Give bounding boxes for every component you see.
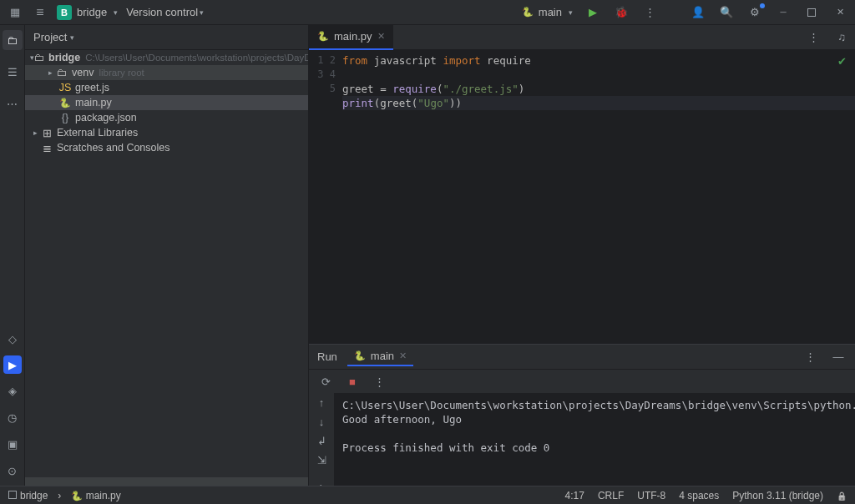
tree-scratches[interactable]: ≣Scratches and Consoles xyxy=(25,140,308,155)
tree-root[interactable]: ▾🗀 bridge C:\Users\User\Documents\workst… xyxy=(25,50,308,65)
python-packages-tool-icon[interactable]: ◷ xyxy=(3,407,23,427)
indent-settings[interactable]: 4 spaces xyxy=(679,490,719,501)
run-panel-title: Run xyxy=(317,350,337,363)
soft-wrap-icon[interactable]: ↲ xyxy=(311,435,331,447)
terminal-tool-icon[interactable]: ▣ xyxy=(3,434,23,454)
scroll-to-end-icon[interactable]: ⇲ xyxy=(311,454,331,466)
window-maximize-icon[interactable] xyxy=(803,4,820,21)
left-tool-rail: 🗀 ☰ ⋯ ◇ ▶ ◈ ◷ ▣ ⊙ xyxy=(0,25,25,486)
tree-file[interactable]: 🐍main.py xyxy=(25,95,308,110)
close-tab-icon[interactable]: ✕ xyxy=(377,31,385,42)
inspection-ok-icon[interactable]: ✔ xyxy=(837,55,847,68)
tree-venv-hint: library root xyxy=(99,68,144,78)
horizontal-scrollbar[interactable] xyxy=(25,477,308,486)
tree-external-label: External Libraries xyxy=(57,127,138,139)
readonly-lock-icon[interactable] xyxy=(837,490,847,501)
chevron-down-icon: ▾ xyxy=(200,8,204,17)
chevron-down-icon[interactable]: ▾ xyxy=(70,33,74,42)
version-control-label: Version control xyxy=(126,6,198,18)
tree-file[interactable]: {}package.json xyxy=(25,110,308,125)
project-name-label: bridge xyxy=(77,6,107,18)
tree-root-path: C:\Users\User\Documents\workstation\proj… xyxy=(85,53,308,63)
code-editor[interactable]: 1 2 3 4 5 from javascript import require… xyxy=(309,50,855,344)
editor-tab-label: main.py xyxy=(334,30,372,43)
console-output[interactable]: C:\Users\User\Documents\workstation\proj… xyxy=(334,393,855,486)
run-tool-icon[interactable]: ▶ xyxy=(3,355,22,374)
run-tab-options-icon[interactable] xyxy=(802,349,818,365)
structure-tool-icon[interactable]: ☰ xyxy=(3,62,23,82)
chevron-down-icon: ▾ xyxy=(114,8,118,17)
scroll-up-icon[interactable]: ↑ xyxy=(311,396,331,409)
hide-run-panel-icon[interactable]: — xyxy=(830,349,847,365)
tree-file-label: main.py xyxy=(75,97,112,108)
tree-file[interactable]: JSgreet.js xyxy=(25,80,308,95)
notifications-icon[interactable]: ♫ xyxy=(833,29,850,46)
python-interpreter[interactable]: Python 3.11 (bridge) xyxy=(732,490,823,501)
ide-logo-icon[interactable]: ▦ xyxy=(7,4,23,21)
project-badge-icon: B xyxy=(57,5,72,20)
problems-tool-icon[interactable]: ⊙ xyxy=(3,461,23,481)
editor-tab-options-icon[interactable] xyxy=(805,29,822,46)
editor-tab[interactable]: 🐍 main.py ✕ xyxy=(309,25,393,50)
run-button-icon[interactable]: ▶ xyxy=(584,4,601,21)
run-config-label: main xyxy=(539,6,562,18)
project-panel: Project ▾ ▾🗀 bridge C:\Users\User\Docume… xyxy=(25,25,309,486)
run-config-tab-label: main xyxy=(371,350,394,362)
settings-icon[interactable] xyxy=(746,4,763,21)
tree-venv-label: venv xyxy=(72,67,94,78)
run-panel: Run 🐍 main ✕ — ⟳ ■ xyxy=(309,344,855,486)
more-run-actions-icon[interactable] xyxy=(641,4,658,21)
version-control-menu[interactable]: Version control ▾ xyxy=(126,6,204,18)
breadcrumb-file[interactable]: 🐍 main.py xyxy=(71,490,120,501)
run-more-actions-icon[interactable] xyxy=(371,373,387,390)
run-config-selector[interactable]: 🐍 main ▾ xyxy=(522,6,573,18)
file-encoding[interactable]: UTF-8 xyxy=(637,490,665,501)
search-everywhere-icon[interactable]: 🔍 xyxy=(718,4,735,21)
window-minimize-icon[interactable] xyxy=(775,4,792,21)
project-tool-icon[interactable]: 🗀 xyxy=(3,30,23,50)
tree-file-label: package.json xyxy=(75,112,137,123)
tree-root-label: bridge xyxy=(48,52,80,63)
main-menu-icon[interactable] xyxy=(32,4,48,21)
editor-gutter: 1 2 3 4 5 xyxy=(309,50,342,344)
scroll-down-icon[interactable]: ↓ xyxy=(311,416,331,428)
run-config-tab[interactable]: 🐍 main ✕ xyxy=(347,347,413,366)
python-file-icon: 🐍 xyxy=(317,31,329,42)
tree-venv[interactable]: ▸🗀 venv library root xyxy=(25,65,308,80)
tree-file-label: greet.js xyxy=(75,82,109,93)
line-separator[interactable]: CRLF xyxy=(598,490,624,501)
chevron-down-icon: ▾ xyxy=(569,8,573,17)
tree-external-libraries[interactable]: ▸⊞External Libraries xyxy=(25,125,308,140)
rerun-icon[interactable]: ⟳ xyxy=(317,373,334,390)
debug-button-icon[interactable]: 🐞 xyxy=(613,4,630,21)
code-with-me-icon[interactable]: 👤 xyxy=(690,4,706,21)
titlebar: ▦ B bridge ▾ Version control ▾ 🐍 main ▾ … xyxy=(0,0,855,25)
status-bar: bridge › 🐍 main.py 4:17 CRLF UTF-8 4 spa… xyxy=(0,486,855,504)
python-file-icon: 🐍 xyxy=(522,7,534,18)
stop-icon[interactable]: ■ xyxy=(344,373,361,390)
caret-position[interactable]: 4:17 xyxy=(565,490,584,501)
window-close-icon[interactable] xyxy=(832,4,848,21)
python-console-tool-icon[interactable]: ◇ xyxy=(3,329,23,349)
project-panel-title[interactable]: Project xyxy=(33,31,67,43)
close-run-tab-icon[interactable]: ✕ xyxy=(399,350,407,361)
breadcrumb-project: bridge xyxy=(20,490,48,501)
breadcrumb[interactable]: bridge xyxy=(8,490,48,501)
services-tool-icon[interactable]: ◈ xyxy=(3,381,23,401)
editor-area: 🐍 main.py ✕ ♫ 1 2 3 4 5 from javascript … xyxy=(309,25,855,486)
tree-scratches-label: Scratches and Consoles xyxy=(57,142,170,154)
python-file-icon: 🐍 xyxy=(354,350,366,361)
more-tools-icon[interactable]: ⋯ xyxy=(3,93,23,113)
project-selector[interactable]: B bridge ▾ xyxy=(57,5,118,20)
